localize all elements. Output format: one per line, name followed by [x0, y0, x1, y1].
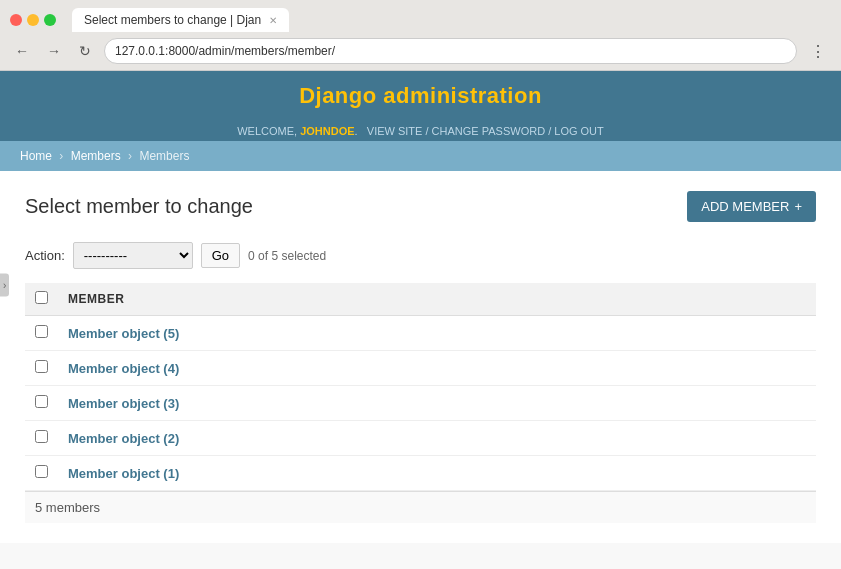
action-select[interactable]: ----------	[73, 242, 193, 269]
browser-tab[interactable]: Select members to change | Djan ✕	[72, 8, 289, 32]
table-row: Member object (2)	[25, 421, 816, 456]
username: JOHNDOE	[300, 125, 354, 137]
action-bar: Action: ---------- Go 0 of 5 selected	[25, 242, 816, 269]
admin-title: Django administration	[12, 83, 829, 109]
member-cell: Member object (5)	[58, 316, 816, 351]
minimize-dot[interactable]	[27, 14, 39, 26]
breadcrumb-current: Members	[139, 149, 189, 163]
table-row: Member object (5)	[25, 316, 816, 351]
tab-close-icon[interactable]: ✕	[269, 15, 277, 26]
table-row: Member object (1)	[25, 456, 816, 491]
content-header: Select member to change ADD MEMBER +	[25, 191, 816, 222]
row-checkbox-cell	[25, 351, 58, 386]
go-button[interactable]: Go	[201, 243, 240, 268]
member-cell: Member object (2)	[58, 421, 816, 456]
select-all-checkbox[interactable]	[35, 291, 48, 304]
maximize-dot[interactable]	[44, 14, 56, 26]
table-row: Member object (3)	[25, 386, 816, 421]
select-all-cell	[25, 283, 58, 316]
browser-chrome: Select members to change | Djan ✕ ← → ↻ …	[0, 0, 841, 71]
table-row: Member object (4)	[25, 351, 816, 386]
browser-menu-button[interactable]: ⋮	[805, 40, 831, 63]
row-checkbox[interactable]	[35, 360, 48, 373]
member-cell: Member object (4)	[58, 351, 816, 386]
row-checkbox-cell	[25, 386, 58, 421]
tab-title: Select members to change | Djan	[84, 13, 261, 27]
back-button[interactable]: ←	[10, 41, 34, 61]
row-checkbox[interactable]	[35, 430, 48, 443]
close-dot[interactable]	[10, 14, 22, 26]
browser-toolbar: ← → ↻ ⋮	[0, 32, 841, 70]
list-footer: 5 members	[25, 491, 816, 523]
reload-button[interactable]: ↻	[74, 41, 96, 61]
admin-header: Django administration	[0, 71, 841, 121]
main-content: Select member to change ADD MEMBER + Act…	[0, 171, 841, 543]
action-label: Action:	[25, 248, 65, 263]
row-checkbox[interactable]	[35, 325, 48, 338]
breadcrumb-home[interactable]: Home	[20, 149, 52, 163]
member-cell: Member object (3)	[58, 386, 816, 421]
browser-dots	[10, 14, 56, 26]
view-site-link[interactable]: VIEW SITE	[367, 125, 423, 137]
forward-button[interactable]: →	[42, 41, 66, 61]
row-checkbox-cell	[25, 316, 58, 351]
add-member-button[interactable]: ADD MEMBER +	[687, 191, 816, 222]
row-checkbox-cell	[25, 456, 58, 491]
member-link[interactable]: Member object (3)	[68, 396, 179, 411]
add-icon: +	[794, 199, 802, 214]
admin-user-bar: WELCOME, JOHNDOE. VIEW SITE / CHANGE PAS…	[0, 121, 841, 141]
member-link[interactable]: Member object (2)	[68, 431, 179, 446]
breadcrumb: Home › Members › Members	[0, 141, 841, 171]
row-checkbox-cell	[25, 421, 58, 456]
member-link[interactable]: Member object (1)	[68, 466, 179, 481]
row-checkbox[interactable]	[35, 465, 48, 478]
member-link[interactable]: Member object (5)	[68, 326, 179, 341]
page-title: Select member to change	[25, 195, 253, 218]
members-table: MEMBER Member object (5) Member object (…	[25, 283, 816, 491]
action-count: 0 of 5 selected	[248, 249, 326, 263]
add-button-label: ADD MEMBER	[701, 199, 789, 214]
member-link[interactable]: Member object (4)	[68, 361, 179, 376]
row-checkbox[interactable]	[35, 395, 48, 408]
member-column-header: MEMBER	[58, 283, 816, 316]
welcome-text: WELCOME,	[237, 125, 297, 137]
breadcrumb-section[interactable]: Members	[71, 149, 121, 163]
member-cell: Member object (1)	[58, 456, 816, 491]
change-password-link[interactable]: CHANGE PASSWORD	[432, 125, 545, 137]
table-header-row: MEMBER	[25, 283, 816, 316]
log-out-link[interactable]: LOG OUT	[554, 125, 604, 137]
address-bar[interactable]	[104, 38, 797, 64]
sidebar-toggle[interactable]: ›	[0, 273, 9, 296]
